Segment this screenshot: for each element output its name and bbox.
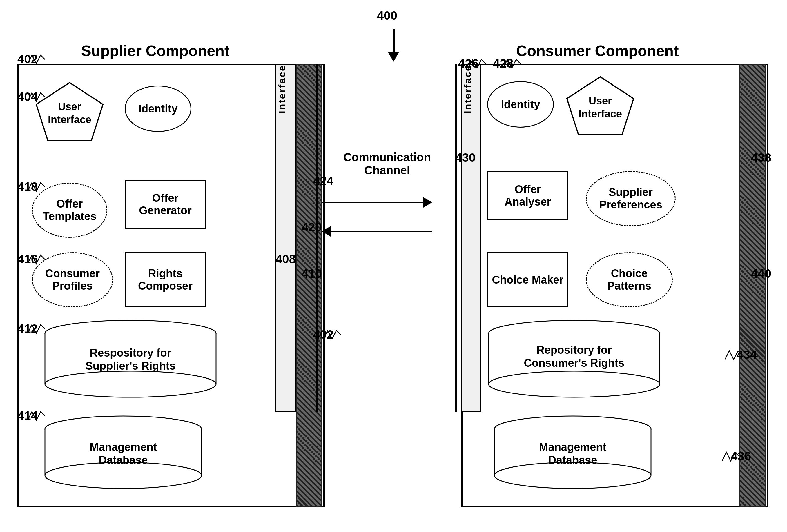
consumer-identity-label: Identity xyxy=(501,98,540,111)
svg-point-14 xyxy=(45,463,201,489)
ref-420-label: 420 xyxy=(302,220,322,234)
ref-412-zigzag xyxy=(27,323,45,335)
svg-text:User: User xyxy=(589,95,612,107)
supplier-rights-composer-label: Rights Composer xyxy=(128,267,202,292)
svg-text:Repository for: Repository for xyxy=(536,344,612,356)
ref-424-label: 424 xyxy=(313,174,334,188)
supplier-hatch xyxy=(296,64,322,507)
svg-text:Management: Management xyxy=(539,441,607,453)
consumer-choice-maker-shape: Choice Maker xyxy=(487,252,568,307)
diagram: 400 Supplier Component Consumer Componen… xyxy=(0,0,787,532)
ref-440-label: 440 xyxy=(751,267,771,281)
consumer-title: Consumer Component xyxy=(516,42,679,60)
supplier-consumer-profiles-shape: Consumer Profiles xyxy=(32,252,113,307)
ref-438-label: 438 xyxy=(751,151,771,165)
channel-right-line xyxy=(455,64,457,412)
svg-text:Database: Database xyxy=(99,454,148,466)
svg-text:Consumer's Rights: Consumer's Rights xyxy=(524,357,624,369)
channel-left-line xyxy=(316,64,318,412)
ref-428-zigzag xyxy=(503,58,520,69)
supplier-offer-templates-label: Offer Templates xyxy=(36,198,104,223)
supplier-offer-templates-shape: Offer Templates xyxy=(32,183,107,238)
supplier-offer-generator-shape: Offer Generator xyxy=(125,180,206,229)
svg-point-24 xyxy=(489,371,660,397)
supplier-consumer-profiles-label: Consumer Profiles xyxy=(36,267,109,292)
svg-text:User: User xyxy=(58,101,81,112)
ref-408-label: 408 xyxy=(275,252,296,266)
consumer-choice-maker-label: Choice Maker xyxy=(492,274,563,286)
ref-426-zigzag xyxy=(468,58,486,69)
supplier-identity-shape: Identity xyxy=(125,86,191,132)
supplier-management-db-cylinder: Management Database xyxy=(43,414,203,490)
top-arrow-line xyxy=(394,29,395,52)
ref-436-zigzag xyxy=(722,451,740,463)
supplier-title: Supplier Component xyxy=(81,42,229,60)
interface-bar-supplier: Interface xyxy=(275,64,296,412)
comm-channel-label: Communication Channel xyxy=(322,151,452,177)
ref-402-zigzag xyxy=(27,54,45,65)
ref-402-bottom-zigzag xyxy=(323,329,341,341)
ref-400-label: 400 xyxy=(377,9,397,23)
consumer-supplier-preferences-label: Supplier Preferences xyxy=(590,186,672,211)
svg-text:Management: Management xyxy=(90,441,157,453)
svg-point-7 xyxy=(45,371,216,397)
consumer-repository-cylinder: Repository for Consumer's Rights xyxy=(487,319,661,400)
interface-label-supplier: Interface xyxy=(276,65,288,114)
supplier-repository-cylinder: Respository for Supplier's Rights xyxy=(43,319,217,400)
svg-text:Supplier's Rights: Supplier's Rights xyxy=(86,360,176,372)
supplier-offer-generator-label: Offer Generator xyxy=(128,192,202,217)
consumer-supplier-preferences-shape: Supplier Preferences xyxy=(586,171,676,226)
ref-410-label: 410 xyxy=(302,267,322,281)
consumer-user-interface-shape: User Interface xyxy=(566,76,635,136)
ref-430-label: 430 xyxy=(455,151,475,165)
ref-414-zigzag xyxy=(27,410,45,422)
consumer-management-db-cylinder: Management Database xyxy=(493,414,653,490)
supplier-user-interface-shape: User Interface xyxy=(35,81,104,142)
top-arrow-head xyxy=(388,51,399,62)
ref-434-zigzag xyxy=(725,349,742,361)
consumer-offer-analyser-shape: Offer Analyser xyxy=(487,171,568,220)
consumer-choice-patterns-shape: Choice Patterns xyxy=(586,252,673,307)
consumer-offer-analyser-label: Offer Analyser xyxy=(491,183,565,208)
consumer-hatch xyxy=(740,64,766,507)
svg-text:Interface: Interface xyxy=(48,114,91,126)
svg-point-31 xyxy=(494,463,651,489)
interface-label-consumer: Interface xyxy=(462,65,473,114)
arrow-right-channel xyxy=(322,197,432,208)
svg-text:Interface: Interface xyxy=(578,108,622,120)
interface-bar-consumer: Interface xyxy=(461,64,481,412)
supplier-identity-label: Identity xyxy=(138,103,177,115)
supplier-rights-composer-shape: Rights Composer xyxy=(125,252,206,307)
svg-text:Respository for: Respository for xyxy=(90,347,171,359)
arrow-left-channel xyxy=(322,226,432,237)
consumer-choice-patterns-label: Choice Patterns xyxy=(590,267,669,292)
svg-text:Database: Database xyxy=(548,454,597,466)
consumer-identity-shape: Identity xyxy=(487,81,554,128)
